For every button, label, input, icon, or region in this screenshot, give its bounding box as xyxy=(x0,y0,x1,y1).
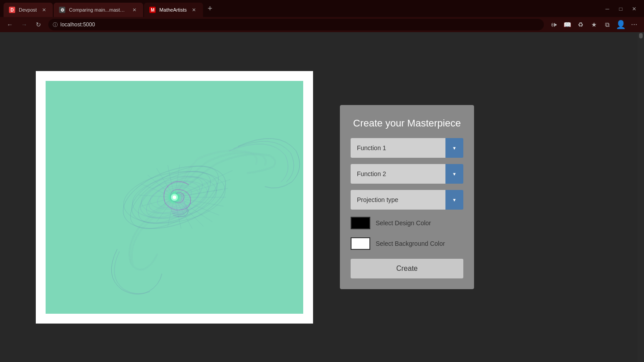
tab-devpost-close[interactable]: ✕ xyxy=(40,6,47,13)
control-panel: Create your Masterpiece Function 1 ▼ Fun… xyxy=(340,105,474,289)
more-options-button[interactable]: ⋯ xyxy=(628,18,640,31)
tab-devpost[interactable]: D Devpost ✕ xyxy=(4,3,53,17)
scrollbar[interactable] xyxy=(638,32,644,362)
function1-dropdown[interactable]: Function 1 ▼ xyxy=(351,138,463,158)
art-container xyxy=(36,71,313,324)
matheartists-favicon: M xyxy=(149,7,156,13)
browser-toolbar: ← → ↻ ⓘ localhost:5000 🕪 📖 ♻ ★ ⧉ 👤 ⋯ xyxy=(0,17,644,32)
tab-devpost-label: Devpost xyxy=(19,7,37,13)
chevron-down-icon-2: ▼ xyxy=(452,172,457,177)
background-color-label[interactable]: Select Background Color xyxy=(376,240,445,247)
address-bar[interactable]: ⓘ localhost:5000 xyxy=(48,19,544,30)
art-svg xyxy=(46,81,303,314)
function1-arrow[interactable]: ▼ xyxy=(445,138,463,158)
function1-label: Function 1 xyxy=(351,138,445,158)
design-color-label[interactable]: Select Design Color xyxy=(376,219,431,227)
panel-title: Create your Masterpiece xyxy=(351,118,463,129)
background-color-swatch[interactable] xyxy=(351,237,370,250)
refresh-button[interactable]: ↻ xyxy=(32,18,45,31)
page-content: Create your Masterpiece Function 1 ▼ Fun… xyxy=(0,32,638,362)
art-canvas xyxy=(46,81,303,314)
read-aloud-button[interactable]: 🕪 xyxy=(547,18,560,31)
svg-point-37 xyxy=(173,195,176,199)
new-tab-button[interactable]: + xyxy=(204,2,216,15)
function2-label: Function 2 xyxy=(351,164,445,184)
profile-button[interactable]: 👤 xyxy=(614,18,627,31)
maximize-button[interactable]: □ xyxy=(614,3,627,15)
minimize-button[interactable]: ─ xyxy=(601,3,614,15)
projection-arrow[interactable]: ▼ xyxy=(445,190,463,210)
collections-button[interactable]: ⧉ xyxy=(601,18,614,31)
github-favicon: ⚙ xyxy=(59,7,65,13)
immersive-reader-button[interactable]: 📖 xyxy=(561,18,573,31)
lock-icon: ⓘ xyxy=(53,21,58,28)
devpost-favicon: D xyxy=(9,7,15,13)
browser-chrome: D Devpost ✕ ⚙ Comparing main...master · … xyxy=(0,0,644,32)
function2-arrow[interactable]: ▼ xyxy=(445,164,463,184)
favorites-button[interactable]: ★ xyxy=(588,18,600,31)
design-color-row: Select Design Color xyxy=(351,216,463,230)
projection-label: Projection type xyxy=(351,190,445,210)
tab-bar: D Devpost ✕ ⚙ Comparing main...master · … xyxy=(0,0,644,17)
projection-dropdown[interactable]: Projection type ▼ xyxy=(351,190,463,210)
tab-matheartists[interactable]: M MatheArtists ✕ xyxy=(144,3,203,17)
background-color-row: Select Background Color xyxy=(351,236,463,251)
tab-matheartists-close[interactable]: ✕ xyxy=(191,6,198,13)
function2-dropdown[interactable]: Function 2 ▼ xyxy=(351,164,463,184)
create-button[interactable]: Create xyxy=(351,259,463,278)
toolbar-icons: 🕪 📖 ♻ ★ ⧉ 👤 ⋯ xyxy=(547,18,640,31)
forward-button[interactable]: → xyxy=(18,18,30,31)
design-color-swatch[interactable] xyxy=(351,217,370,229)
chevron-down-icon-3: ▼ xyxy=(452,198,457,202)
tab-github-close[interactable]: ✕ xyxy=(131,6,138,13)
tab-github[interactable]: ⚙ Comparing main...master · ishan... ✕ xyxy=(54,3,143,17)
chevron-down-icon: ▼ xyxy=(452,146,457,151)
tab-github-label: Comparing main...master · ishan... xyxy=(69,7,127,13)
tab-matheartists-label: MatheArtists xyxy=(159,7,186,13)
svg-line-12 xyxy=(174,170,233,197)
scrollbar-thumb[interactable] xyxy=(639,33,643,38)
address-text: localhost:5000 xyxy=(60,21,95,28)
browser-refresh-button[interactable]: ♻ xyxy=(574,18,587,31)
close-button[interactable]: ✕ xyxy=(628,3,640,15)
back-button[interactable]: ← xyxy=(4,18,16,31)
